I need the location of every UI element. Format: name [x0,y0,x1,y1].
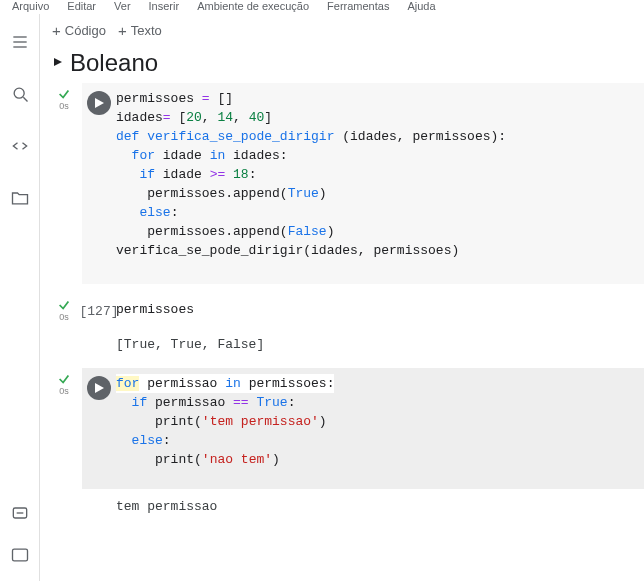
check-icon [57,372,71,386]
main: +Código +Texto Boleano 0s permissoes = [… [40,14,644,581]
search-icon[interactable] [10,84,30,108]
svg-marker-9 [54,58,62,66]
toc-icon[interactable] [10,32,30,56]
cell-output: [True, True, False] [46,327,644,358]
files-icon[interactable] [10,188,30,212]
run-button[interactable] [87,376,111,400]
menu-ver[interactable]: Ver [114,0,131,12]
exec-time: 0s [59,386,69,396]
run-button[interactable] [87,91,111,115]
code-editor[interactable]: for permissao in permissoes: if permissa… [116,374,644,487]
svg-line-4 [23,97,27,101]
svg-marker-11 [95,383,104,393]
svg-point-3 [14,88,24,98]
code-cell: 0s [127] permissoes [True, True, False] [46,294,644,358]
cell-gutter: 0s [46,294,82,327]
plus-icon: + [118,22,127,39]
cell-body: [127] permissoes [82,294,644,327]
menubar: Arquivo Editar Ver Inserir Ambiente de e… [0,0,644,14]
cell-gutter: 0s [46,83,82,284]
section-title: Boleano [70,49,158,77]
exec-time: 0s [59,312,69,322]
sidebar [0,14,40,581]
plus-icon: + [52,22,61,39]
cell-gutter: 0s [46,368,82,489]
svg-marker-10 [95,98,104,108]
add-code-button[interactable]: +Código [52,22,106,39]
terminal-icon[interactable] [10,545,30,569]
menu-arquivo[interactable]: Arquivo [12,0,49,12]
menu-inserir[interactable]: Inserir [149,0,180,12]
check-icon [57,87,71,101]
menu-ferramentas[interactable]: Ferramentas [327,0,389,12]
toolbar: +Código +Texto [40,14,644,47]
cell-output: tem permissao [46,489,644,520]
menu-ambiente[interactable]: Ambiente de execução [197,0,309,12]
exec-count: [127] [80,302,119,321]
command-palette-icon[interactable] [10,503,30,527]
code-editor[interactable]: permissoes [116,300,644,321]
add-text-button[interactable]: +Texto [118,22,162,39]
cells-container: 0s permissoes = [] idades= [20, 14, 40] … [40,83,644,520]
exec-time: 0s [59,101,69,111]
collapse-arrow-icon [52,54,64,72]
code-snippets-icon[interactable] [10,136,30,160]
code-cell: 0s permissoes = [] idades= [20, 14, 40] … [46,83,644,284]
cell-body: permissoes = [] idades= [20, 14, 40] def… [82,83,644,284]
menu-editar[interactable]: Editar [67,0,96,12]
code-editor[interactable]: permissoes = [] idades= [20, 14, 40] def… [116,89,644,278]
check-icon [57,298,71,312]
cell-body: for permissao in permissoes: if permissa… [82,368,644,489]
svg-rect-7 [12,549,27,561]
menu-ajuda[interactable]: Ajuda [407,0,435,12]
code-cell: 0s for permissao in permissoes: if permi… [46,368,644,520]
section-header[interactable]: Boleano [40,47,644,83]
